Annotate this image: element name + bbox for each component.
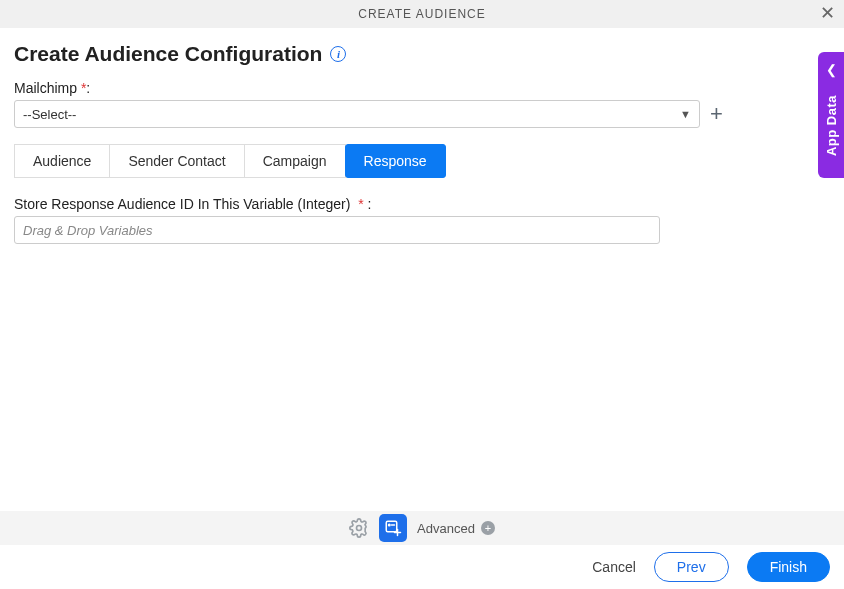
tab-sender-contact[interactable]: Sender Contact	[109, 144, 244, 178]
cancel-button[interactable]: Cancel	[592, 559, 636, 575]
plus-circle-icon: +	[481, 521, 495, 535]
tab-campaign[interactable]: Campaign	[244, 144, 346, 178]
dialog-title: CREATE AUDIENCE	[358, 7, 485, 21]
layout-icon[interactable]	[379, 514, 407, 542]
finish-button[interactable]: Finish	[747, 552, 830, 582]
prev-button[interactable]: Prev	[654, 552, 729, 582]
svg-point-0	[357, 526, 362, 531]
close-icon[interactable]: ✕	[820, 4, 836, 22]
mailchimp-select-value: --Select--	[23, 107, 76, 122]
page-title: Create Audience Configuration i	[14, 42, 830, 66]
response-variable-input[interactable]: Drag & Drop Variables	[14, 216, 660, 244]
info-icon[interactable]: i	[330, 46, 346, 62]
dialog-footer: Cancel Prev Finish	[0, 545, 844, 589]
svg-point-2	[389, 524, 391, 526]
chevron-left-icon: ❮	[826, 62, 837, 77]
page-title-text: Create Audience Configuration	[14, 42, 322, 66]
dialog-header: CREATE AUDIENCE ✕	[0, 0, 844, 28]
dialog-body: Create Audience Configuration i Mailchim…	[0, 28, 844, 244]
mailchimp-label-text: Mailchimp	[14, 80, 77, 96]
gear-icon[interactable]	[349, 518, 369, 538]
add-mailchimp-button[interactable]: +	[710, 103, 723, 125]
response-variable-label-text: Store Response Audience ID In This Varia…	[14, 196, 350, 212]
mailchimp-row: --Select-- ▼ +	[14, 100, 830, 128]
response-variable-placeholder: Drag & Drop Variables	[23, 223, 153, 238]
app-data-panel-toggle[interactable]: ❮ App Data	[818, 52, 844, 178]
tab-audience[interactable]: Audience	[14, 144, 110, 178]
config-tabs: Audience Sender Contact Campaign Respons…	[14, 144, 830, 178]
tab-response[interactable]: Response	[345, 144, 446, 178]
svg-rect-1	[386, 521, 397, 532]
advanced-label: Advanced	[417, 521, 475, 536]
response-variable-label: Store Response Audience ID In This Varia…	[14, 196, 830, 212]
mailchimp-label: Mailchimp *:	[14, 80, 830, 96]
advanced-toggle[interactable]: Advanced +	[417, 521, 495, 536]
bottom-toolbar: Advanced +	[0, 511, 844, 545]
chevron-down-icon: ▼	[680, 108, 691, 120]
app-data-label: App Data	[824, 95, 839, 156]
required-asterisk: *	[354, 196, 363, 212]
mailchimp-select[interactable]: --Select-- ▼	[14, 100, 700, 128]
